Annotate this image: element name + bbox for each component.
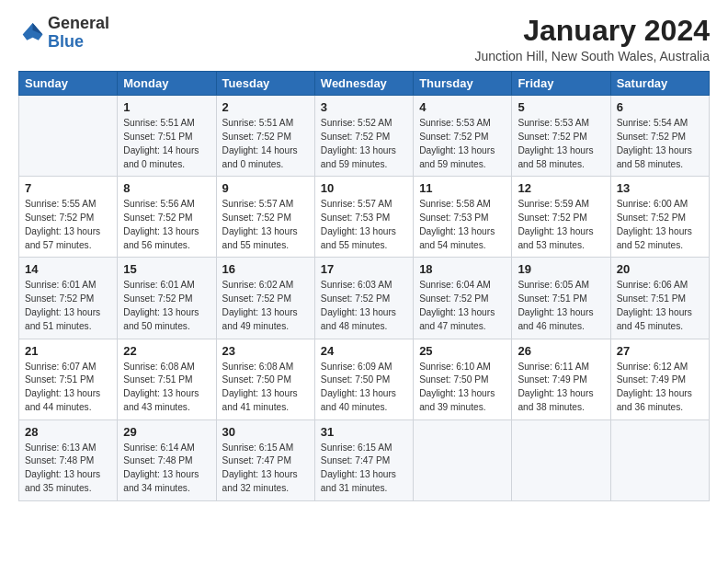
header: General Blue January 2024 Junction Hill,… (18, 15, 710, 63)
day-info: Sunrise: 5:56 AM Sunset: 7:52 PM Dayligh… (123, 198, 210, 252)
day-number: 11 (419, 181, 506, 195)
day-info: Sunrise: 6:15 AM Sunset: 7:47 PM Dayligh… (321, 442, 407, 496)
day-info: Sunrise: 6:09 AM Sunset: 7:50 PM Dayligh… (321, 361, 407, 415)
day-number: 30 (222, 425, 309, 439)
calendar-cell: 3Sunrise: 5:52 AM Sunset: 7:52 PM Daylig… (314, 96, 413, 177)
calendar-cell: 25Sunrise: 6:10 AM Sunset: 7:50 PM Dayli… (414, 339, 512, 419)
day-number: 15 (123, 262, 210, 276)
title-block: January 2024 Junction Hill, New South Wa… (475, 15, 710, 63)
day-number: 29 (123, 425, 210, 439)
day-info: Sunrise: 5:55 AM Sunset: 7:52 PM Dayligh… (25, 198, 111, 252)
weekday-header-friday: Friday (512, 72, 610, 96)
calendar-cell (610, 419, 709, 500)
day-number: 6 (617, 100, 703, 114)
week-row-2: 7Sunrise: 5:55 AM Sunset: 7:52 PM Daylig… (19, 177, 710, 258)
day-number: 8 (123, 181, 210, 195)
logo-icon (18, 20, 44, 46)
day-number: 31 (321, 425, 407, 439)
weekday-header-monday: Monday (118, 72, 216, 96)
day-info: Sunrise: 5:59 AM Sunset: 7:52 PM Dayligh… (518, 198, 604, 252)
calendar-cell: 1Sunrise: 5:51 AM Sunset: 7:51 PM Daylig… (118, 96, 216, 177)
day-info: Sunrise: 5:53 AM Sunset: 7:52 PM Dayligh… (419, 117, 506, 171)
day-number: 23 (222, 344, 309, 358)
day-number: 3 (321, 100, 407, 114)
day-number: 16 (222, 262, 309, 276)
calendar-cell: 15Sunrise: 6:01 AM Sunset: 7:52 PM Dayli… (118, 258, 216, 339)
day-number: 9 (222, 181, 309, 195)
calendar-cell: 28Sunrise: 6:13 AM Sunset: 7:48 PM Dayli… (19, 419, 118, 500)
weekday-header-sunday: Sunday (19, 72, 118, 96)
day-number: 20 (617, 262, 703, 276)
day-info: Sunrise: 6:06 AM Sunset: 7:51 PM Dayligh… (617, 279, 703, 333)
day-info: Sunrise: 5:52 AM Sunset: 7:52 PM Dayligh… (321, 117, 407, 171)
day-info: Sunrise: 6:08 AM Sunset: 7:50 PM Dayligh… (222, 361, 309, 415)
day-number: 12 (518, 181, 604, 195)
day-info: Sunrise: 5:58 AM Sunset: 7:53 PM Dayligh… (419, 198, 506, 252)
calendar-cell: 16Sunrise: 6:02 AM Sunset: 7:52 PM Dayli… (216, 258, 314, 339)
day-number: 4 (419, 100, 506, 114)
calendar-cell: 7Sunrise: 5:55 AM Sunset: 7:52 PM Daylig… (19, 177, 118, 258)
day-number: 5 (518, 100, 604, 114)
logo-text: General Blue (48, 15, 109, 52)
day-number: 2 (222, 100, 309, 114)
calendar-cell: 8Sunrise: 5:56 AM Sunset: 7:52 PM Daylig… (118, 177, 216, 258)
week-row-4: 21Sunrise: 6:07 AM Sunset: 7:51 PM Dayli… (19, 339, 710, 419)
day-info: Sunrise: 6:15 AM Sunset: 7:47 PM Dayligh… (222, 442, 309, 496)
calendar-cell: 5Sunrise: 5:53 AM Sunset: 7:52 PM Daylig… (512, 96, 610, 177)
calendar-cell: 20Sunrise: 6:06 AM Sunset: 7:51 PM Dayli… (610, 258, 709, 339)
day-number: 1 (123, 100, 210, 114)
calendar-cell: 29Sunrise: 6:14 AM Sunset: 7:48 PM Dayli… (118, 419, 216, 500)
weekday-header-wednesday: Wednesday (314, 72, 413, 96)
day-info: Sunrise: 6:01 AM Sunset: 7:52 PM Dayligh… (123, 279, 210, 333)
day-number: 21 (25, 344, 111, 358)
week-row-5: 28Sunrise: 6:13 AM Sunset: 7:48 PM Dayli… (19, 419, 710, 500)
weekday-header-tuesday: Tuesday (216, 72, 314, 96)
calendar-cell: 27Sunrise: 6:12 AM Sunset: 7:49 PM Dayli… (610, 339, 709, 419)
day-number: 17 (321, 262, 407, 276)
day-info: Sunrise: 6:02 AM Sunset: 7:52 PM Dayligh… (222, 279, 309, 333)
day-number: 14 (25, 262, 111, 276)
day-number: 19 (518, 262, 604, 276)
day-info: Sunrise: 6:08 AM Sunset: 7:51 PM Dayligh… (123, 361, 210, 415)
calendar-cell: 13Sunrise: 6:00 AM Sunset: 7:52 PM Dayli… (610, 177, 709, 258)
calendar-cell: 2Sunrise: 5:51 AM Sunset: 7:52 PM Daylig… (216, 96, 314, 177)
calendar-cell (512, 419, 610, 500)
day-number: 25 (419, 344, 506, 358)
calendar-cell: 24Sunrise: 6:09 AM Sunset: 7:50 PM Dayli… (314, 339, 413, 419)
day-number: 26 (518, 344, 604, 358)
month-title: January 2024 (475, 15, 710, 47)
calendar-cell: 22Sunrise: 6:08 AM Sunset: 7:51 PM Dayli… (118, 339, 216, 419)
day-info: Sunrise: 6:04 AM Sunset: 7:52 PM Dayligh… (419, 279, 506, 333)
day-number: 27 (617, 344, 703, 358)
weekday-header-thursday: Thursday (414, 72, 512, 96)
day-number: 24 (321, 344, 407, 358)
calendar-cell: 19Sunrise: 6:05 AM Sunset: 7:51 PM Dayli… (512, 258, 610, 339)
calendar-cell: 10Sunrise: 5:57 AM Sunset: 7:53 PM Dayli… (314, 177, 413, 258)
day-number: 22 (123, 344, 210, 358)
calendar-cell (414, 419, 512, 500)
day-info: Sunrise: 6:10 AM Sunset: 7:50 PM Dayligh… (419, 361, 506, 415)
day-info: Sunrise: 5:53 AM Sunset: 7:52 PM Dayligh… (518, 117, 604, 171)
calendar-cell: 6Sunrise: 5:54 AM Sunset: 7:52 PM Daylig… (610, 96, 709, 177)
day-info: Sunrise: 6:13 AM Sunset: 7:48 PM Dayligh… (25, 442, 111, 496)
day-info: Sunrise: 6:03 AM Sunset: 7:52 PM Dayligh… (321, 279, 407, 333)
day-info: Sunrise: 6:00 AM Sunset: 7:52 PM Dayligh… (617, 198, 703, 252)
calendar-cell: 9Sunrise: 5:57 AM Sunset: 7:52 PM Daylig… (216, 177, 314, 258)
day-number: 10 (321, 181, 407, 195)
day-info: Sunrise: 5:51 AM Sunset: 7:51 PM Dayligh… (123, 117, 210, 171)
day-number: 18 (419, 262, 506, 276)
calendar-cell (19, 96, 118, 177)
calendar-cell: 26Sunrise: 6:11 AM Sunset: 7:49 PM Dayli… (512, 339, 610, 419)
day-number: 13 (617, 181, 703, 195)
calendar-cell: 31Sunrise: 6:15 AM Sunset: 7:47 PM Dayli… (314, 419, 413, 500)
calendar-cell: 23Sunrise: 6:08 AM Sunset: 7:50 PM Dayli… (216, 339, 314, 419)
day-info: Sunrise: 6:12 AM Sunset: 7:49 PM Dayligh… (617, 361, 703, 415)
page: General Blue January 2024 Junction Hill,… (0, 0, 728, 512)
calendar-cell: 12Sunrise: 5:59 AM Sunset: 7:52 PM Dayli… (512, 177, 610, 258)
day-number: 28 (25, 425, 111, 439)
calendar-cell: 4Sunrise: 5:53 AM Sunset: 7:52 PM Daylig… (414, 96, 512, 177)
week-row-1: 1Sunrise: 5:51 AM Sunset: 7:51 PM Daylig… (19, 96, 710, 177)
day-info: Sunrise: 6:14 AM Sunset: 7:48 PM Dayligh… (123, 442, 210, 496)
day-info: Sunrise: 6:11 AM Sunset: 7:49 PM Dayligh… (518, 361, 604, 415)
day-info: Sunrise: 5:54 AM Sunset: 7:52 PM Dayligh… (617, 117, 703, 171)
